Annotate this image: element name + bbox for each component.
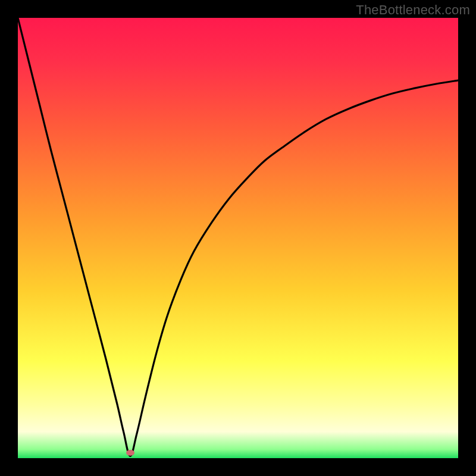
svg-rect-0 — [18, 18, 458, 458]
minimum-marker — [126, 450, 134, 456]
chart-frame: TheBottleneck.com — [0, 0, 476, 476]
gradient-background — [18, 18, 458, 458]
attribution-label: TheBottleneck.com — [356, 2, 470, 18]
plot-area — [18, 18, 458, 458]
